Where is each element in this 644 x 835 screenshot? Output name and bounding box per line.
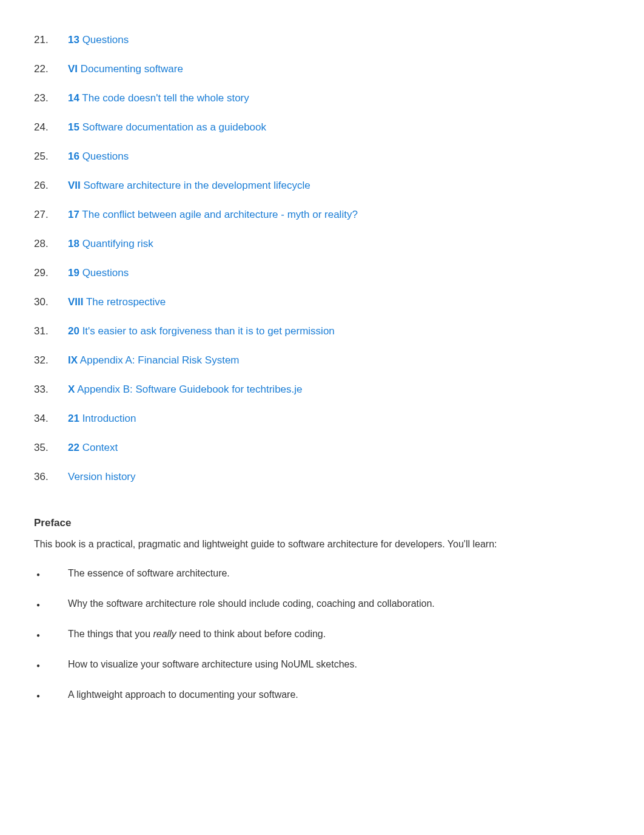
toc-title: Software architecture in the development…: [81, 180, 310, 191]
toc-number: 21.: [34, 34, 68, 46]
toc-prefix: IX: [68, 354, 78, 366]
toc-prefix: 16: [68, 150, 79, 162]
toc-item: 29.19 Questions: [34, 267, 610, 279]
toc-item: 33.X Appendix B: Software Guidebook for …: [34, 384, 610, 396]
toc-item: 23.14 The code doesn't tell the whole st…: [34, 92, 610, 104]
toc-item: 36.Version history: [34, 471, 610, 483]
toc-title: Quantifying risk: [79, 238, 153, 249]
preface-intro: This book is a practical, pragmatic and …: [34, 538, 610, 551]
toc-prefix: 20: [68, 325, 79, 337]
bullet-text: A lightweight approach to documenting yo…: [68, 689, 298, 700]
toc-prefix: 21: [68, 413, 79, 424]
toc-number: 32.: [34, 354, 68, 367]
toc-title: Software documentation as a guidebook: [79, 121, 266, 133]
preface-heading: Preface: [34, 517, 610, 529]
table-of-contents: 21.13 Questions22.VI Documenting softwar…: [34, 34, 610, 483]
toc-link[interactable]: 18 Quantifying risk: [68, 238, 153, 250]
toc-prefix: 15: [68, 121, 79, 133]
bullet-icon: ●: [34, 629, 68, 642]
toc-item: 22.VI Documenting software: [34, 63, 610, 75]
toc-title: It's easier to ask forgiveness than it i…: [79, 325, 335, 337]
toc-title: Introduction: [79, 413, 136, 424]
toc-item: 31.20 It's easier to ask forgiveness tha…: [34, 325, 610, 337]
toc-link[interactable]: 19 Questions: [68, 267, 129, 279]
preface-bullets: ●The essence of software architecture.●W…: [34, 568, 610, 703]
bullet-icon: ●: [34, 568, 68, 581]
toc-number: 24.: [34, 121, 68, 134]
toc-item: 24.15 Software documentation as a guideb…: [34, 121, 610, 134]
toc-link[interactable]: 14 The code doesn't tell the whole story: [68, 92, 249, 104]
toc-item: 35.22 Context: [34, 442, 610, 454]
bullet-text: Why the software architecture role shoul…: [68, 598, 435, 609]
toc-number: 35.: [34, 442, 68, 454]
toc-title: Questions: [79, 150, 129, 162]
toc-prefix: 17: [68, 209, 79, 220]
toc-title: Version history: [68, 471, 136, 482]
toc-prefix: 13: [68, 34, 79, 46]
toc-link[interactable]: 13 Questions: [68, 34, 129, 46]
toc-prefix: 14: [68, 92, 79, 104]
bullet-text: How to visualize your software architect…: [68, 659, 357, 670]
toc-title: The conflict between agile and architect…: [79, 209, 358, 220]
toc-item: 27.17 The conflict between agile and arc…: [34, 209, 610, 221]
toc-link[interactable]: VIII The retrospective: [68, 296, 166, 308]
toc-title: Appendix A: Financial Risk System: [78, 354, 239, 366]
toc-prefix: 19: [68, 267, 79, 279]
toc-link[interactable]: 22 Context: [68, 442, 118, 454]
toc-item: 25.16 Questions: [34, 150, 610, 163]
toc-link[interactable]: 16 Questions: [68, 150, 129, 163]
bullet-item: ●How to visualize your software architec…: [34, 659, 610, 672]
toc-item: 26.VII Software architecture in the deve…: [34, 180, 610, 192]
toc-title: The retrospective: [84, 296, 166, 308]
bullet-item: ●The essence of software architecture.: [34, 568, 610, 581]
toc-link[interactable]: X Appendix B: Software Guidebook for tec…: [68, 384, 303, 396]
toc-title: Documenting software: [78, 63, 183, 75]
bullet-text: The essence of software architecture.: [68, 568, 230, 579]
toc-number: 36.: [34, 471, 68, 483]
toc-item: 28.18 Quantifying risk: [34, 238, 610, 250]
toc-prefix: X: [68, 384, 75, 395]
toc-number: 23.: [34, 92, 68, 104]
toc-prefix: VIII: [68, 296, 84, 308]
bullet-text: The things that you really need to think…: [68, 629, 326, 640]
toc-link[interactable]: Version history: [68, 471, 136, 483]
bullet-icon: ●: [34, 659, 68, 672]
toc-number: 25.: [34, 150, 68, 163]
toc-number: 34.: [34, 413, 68, 425]
toc-link[interactable]: IX Appendix A: Financial Risk System: [68, 354, 240, 367]
toc-number: 31.: [34, 325, 68, 337]
toc-link[interactable]: 20 It's easier to ask forgiveness than i…: [68, 325, 335, 337]
toc-title: Questions: [79, 34, 129, 46]
toc-prefix: VI: [68, 63, 78, 75]
toc-item: 30.VIII The retrospective: [34, 296, 610, 308]
toc-link[interactable]: 15 Software documentation as a guidebook: [68, 121, 266, 134]
toc-item: 32.IX Appendix A: Financial Risk System: [34, 354, 610, 367]
toc-title: The code doesn't tell the whole story: [79, 92, 249, 104]
toc-link[interactable]: 17 The conflict between agile and archit…: [68, 209, 358, 221]
toc-number: 28.: [34, 238, 68, 250]
toc-number: 27.: [34, 209, 68, 221]
toc-number: 30.: [34, 296, 68, 308]
toc-number: 22.: [34, 63, 68, 75]
bullet-icon: ●: [34, 689, 68, 703]
toc-number: 26.: [34, 180, 68, 192]
toc-item: 21.13 Questions: [34, 34, 610, 46]
toc-prefix: VII: [68, 180, 81, 191]
toc-number: 29.: [34, 267, 68, 279]
bullet-item: ●A lightweight approach to documenting y…: [34, 689, 610, 703]
bullet-item: ●Why the software architecture role shou…: [34, 598, 610, 612]
bullet-icon: ●: [34, 598, 68, 612]
toc-item: 34.21 Introduction: [34, 413, 610, 425]
toc-link[interactable]: VII Software architecture in the develop…: [68, 180, 310, 192]
toc-title: Questions: [79, 267, 129, 279]
bullet-item: ●The things that you really need to thin…: [34, 629, 610, 642]
toc-link[interactable]: 21 Introduction: [68, 413, 136, 425]
toc-prefix: 22: [68, 442, 79, 453]
toc-title: Appendix B: Software Guidebook for techt…: [75, 384, 302, 395]
toc-title: Context: [79, 442, 118, 453]
toc-link[interactable]: VI Documenting software: [68, 63, 183, 75]
toc-prefix: 18: [68, 238, 79, 249]
toc-number: 33.: [34, 384, 68, 396]
